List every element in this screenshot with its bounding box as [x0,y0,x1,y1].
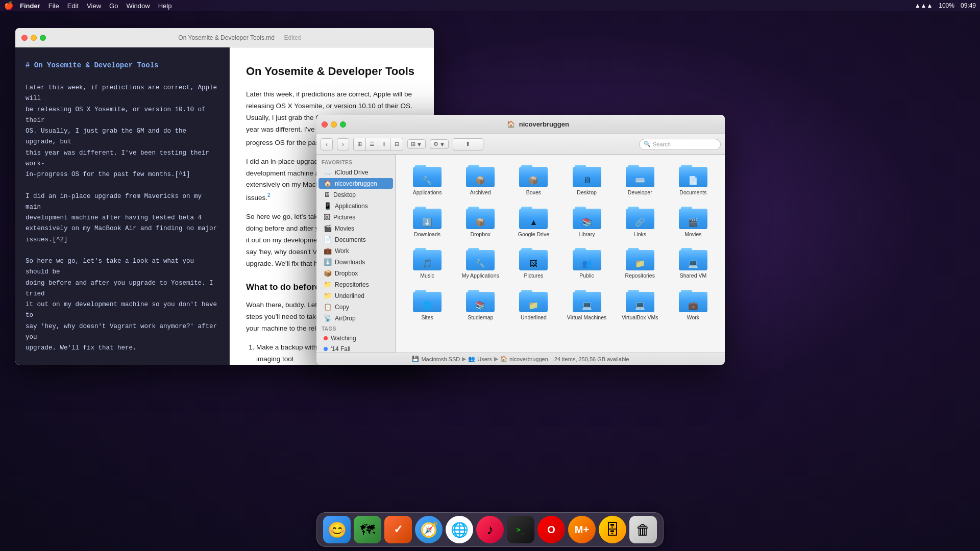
file-item-movies[interactable]: 🎬 Movies [668,203,719,242]
editor-raw-pane[interactable]: # On Yosemite & Developer Tools Later th… [15,47,230,365]
file-item-studiemap[interactable]: 📚 Studiemap [455,286,506,325]
menubar: 🍎 Finder File Edit View Go Window Help ▲… [0,0,980,11]
dock-omnifocus[interactable]: ✓ [384,516,412,543]
dock-sequel[interactable]: 🗄 [599,516,626,543]
folder-icon: 📦 [519,165,548,187]
dock-finder[interactable]: 😊 [323,516,351,543]
share-button[interactable]: ⬆ [453,138,483,151]
menu-window[interactable]: Window [126,2,150,10]
action-button[interactable]: ⚙▼ [430,139,449,149]
sidebar-item-copy[interactable]: 📋 Copy [318,302,393,312]
folder-icon: 📁 [519,290,548,312]
file-item-underlined[interactable]: 📁 Underlined [508,286,559,325]
sidebar-item-desktop[interactable]: 🖥 Desktop [318,189,393,200]
menu-file[interactable]: File [48,2,59,10]
path-separator: ▶ [494,356,498,362]
dock-trash[interactable]: 🗑 [629,516,657,543]
omnifocus-dock-icon: ✓ [394,523,403,536]
sidebar-item-icloud[interactable]: ☁️ iCloud Drive [318,167,393,178]
file-item-desktop[interactable]: 🖥 Desktop [561,161,612,201]
sidebar-item-home[interactable]: 🏠 nicoverbruggen [318,178,393,189]
downloads-icon: ⬇️ [324,258,332,266]
apple-menu[interactable]: 🍎 [4,1,14,10]
folder-label: Downloads [414,231,440,238]
sidebar-item-underlined[interactable]: 📁 Underlined [318,290,393,301]
file-item-library[interactable]: 📚 Library [561,203,612,242]
file-item-virtualbox-vms[interactable]: 💻 VirtualBox VMs [615,286,666,325]
sidebar-tag-watching[interactable]: Watching [318,333,393,343]
finder-minimize-button[interactable] [331,121,337,128]
column-view-button[interactable]: ⫴ [378,138,390,151]
file-item-pictures[interactable]: 🖼 Pictures [508,244,559,284]
file-item-shared-vm[interactable]: 💻 Shared VM [668,244,719,284]
file-item-developer[interactable]: ⌨️ Developer [615,161,666,201]
file-item-downloads[interactable]: ⬇️ Downloads [402,203,453,242]
tag-dot-14fall [324,347,328,351]
menu-edit[interactable]: Edit [67,2,79,10]
folder-icon: 📁 [626,248,654,270]
file-item-applications[interactable]: 🔧 Applications [402,161,453,201]
file-item-music[interactable]: 🎵 Music [402,244,453,284]
finder-titlebar: 🏠 nicoverbruggen [316,115,725,134]
dock-chrome[interactable]: 🌐 [446,516,473,543]
iterm-dock-icon: >_ [517,525,525,534]
file-item-work[interactable]: 💼 Work [668,286,719,325]
sidebar-item-dropbox[interactable]: 📦 Dropbox [318,268,393,279]
sidebar-item-airdrop[interactable]: 📡 AirDrop [318,313,393,323]
search-box[interactable]: 🔍 Search [639,139,721,150]
sidebar-item-work[interactable]: 💼 Work [318,245,393,256]
sidebar-item-pictures[interactable]: 🖼 Pictures [318,212,393,222]
dock-iterm[interactable]: >_ [507,516,534,543]
fullscreen-button[interactable] [40,35,46,41]
wifi-icon[interactable]: ▲▲▲ [915,2,933,9]
dock-safari[interactable]: 🧭 [415,516,443,543]
arrange-button[interactable]: ⊞▼ [407,139,426,149]
file-item-dropbox[interactable]: 📦 Dropbox [455,203,506,242]
folder-overlay-icon: ▲ [529,218,537,227]
folder-icon: 💻 [626,290,654,312]
file-item-my-applications[interactable]: 🔧 My Applications [455,244,506,284]
menu-finder[interactable]: Finder [20,2,40,10]
underlined-icon: 📁 [324,292,332,299]
file-item-boxes[interactable]: 📦 Boxes [508,161,559,201]
icon-view-button[interactable]: ⊞ [354,138,366,151]
file-item-documents[interactable]: 📄 Documents [668,161,719,201]
folder-label: Library [579,231,595,238]
sidebar-item-movies[interactable]: 🎬 Movies [318,223,393,234]
file-item-sites[interactable]: 🌐 Sites [402,286,453,325]
sidebar-item-repositories[interactable]: 📁 Repositories [318,279,393,290]
coverflow-view-button[interactable]: ⊟ [390,138,403,151]
sidebar-tag-14fall[interactable]: '14 Fall [318,344,393,353]
file-item-google-drive[interactable]: ▲ Google Drive [508,203,559,242]
icloud-icon: ☁️ [324,168,332,176]
menu-help[interactable]: Help [158,2,172,10]
folder-icon: 📦 [466,165,495,187]
dock-opera[interactable]: O [537,516,565,543]
list-view-button[interactable]: ☰ [366,138,378,151]
menu-view[interactable]: View [87,2,101,10]
file-item-virtual-machines[interactable]: 💻 Virtual Machines [561,286,612,325]
documents-icon: 📄 [324,236,332,243]
dock-mango[interactable]: M+ [568,516,596,543]
dock-maps[interactable]: 🗺 [354,516,381,543]
menu-go[interactable]: Go [109,2,118,10]
folder-overlay-icon: ⬇️ [422,217,432,227]
finder-close-button[interactable] [322,121,328,128]
forward-button[interactable]: › [337,138,349,151]
sidebar-item-documents[interactable]: 📄 Documents [318,234,393,245]
dock-itunes[interactable]: ♪ [476,516,504,543]
sidebar-item-downloads[interactable]: ⬇️ Downloads [318,257,393,267]
back-button[interactable]: ‹ [321,138,333,151]
file-item-archived[interactable]: 📦 Archived [455,161,506,201]
folder-overlay-icon: 📚 [582,217,592,227]
close-button[interactable] [21,35,28,41]
finder-fullscreen-button[interactable] [340,121,346,128]
minimize-button[interactable] [31,35,37,41]
folder-label: Archived [470,189,491,196]
file-item-repositories[interactable]: 📁 Repositories [615,244,666,284]
file-item-public[interactable]: 👥 Public [561,244,612,284]
file-item-links[interactable]: 🔗 Links [615,203,666,242]
folder-overlay-icon: 📦 [475,176,485,185]
sidebar-item-applications[interactable]: 📱 Applications [318,201,393,211]
desktop-icon: 🖥 [324,191,330,198]
